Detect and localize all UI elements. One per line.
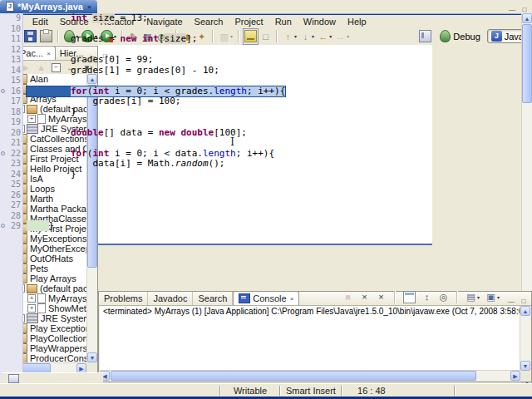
pin-console-button[interactable]: ◎	[436, 288, 451, 305]
scroll-up-icon[interactable]: ▲	[522, 13, 532, 23]
code-line[interactable]: }	[27, 221, 521, 232]
code-segment: double	[180, 127, 214, 138]
code-segment: length	[203, 148, 236, 159]
line-number: 23	[0, 159, 21, 170]
close-icon[interactable]: ×	[87, 3, 91, 11]
code-segment: random	[175, 158, 209, 169]
line-number: 27	[0, 200, 21, 211]
tab-label: Problems	[104, 293, 142, 303]
clear-console-icon	[403, 291, 416, 303]
code-segment: new	[159, 127, 181, 138]
code-segment	[27, 96, 92, 106]
code-line[interactable]: data[i] = Math.random();	[27, 159, 521, 170]
code-line[interactable]: double[] data = new double[100];	[27, 128, 521, 139]
close-icon[interactable]: ×	[290, 295, 294, 303]
code-segment	[27, 65, 71, 76]
remove-all-terminated-icon: ×	[376, 291, 387, 303]
code-line[interactable]: grades[1] = grades[0] - 10;	[27, 66, 521, 76]
dropdown-arrow-icon[interactable]: ▾	[497, 294, 500, 300]
dropdown-arrow-icon[interactable]: ▾	[477, 294, 480, 300]
tab-search[interactable]: Search	[193, 292, 233, 305]
line-number: 11	[0, 34, 21, 45]
tab-javadoc[interactable]: Javadoc	[148, 292, 193, 305]
line-marker-icon	[1, 89, 5, 93]
scroll-up-icon[interactable]: ▲	[520, 306, 530, 316]
gutter-row: 28	[0, 211, 22, 222]
code-segment	[27, 127, 71, 138]
divider	[219, 386, 221, 396]
line-number: 25	[0, 180, 21, 190]
code-line[interactable]: int size = 13;	[27, 13, 521, 24]
scrollbar-thumb[interactable]	[111, 371, 476, 381]
line-number: 18	[0, 107, 21, 118]
code-segment	[27, 169, 71, 180]
tab-problems[interactable]: Problems	[99, 292, 148, 305]
console-horizontal-scrollbar[interactable]: ◀ ▶	[100, 370, 520, 381]
console-output[interactable]	[100, 317, 520, 371]
gutter-row: 21	[0, 138, 22, 149]
line-number: 24	[0, 170, 21, 180]
code-text: }	[27, 106, 76, 117]
scrollbar-thumb[interactable]	[522, 24, 532, 103]
code-segment: for	[71, 86, 87, 96]
gutter-row: 16	[0, 86, 22, 97]
fast-view-icon[interactable]	[8, 374, 19, 383]
clear-console-button[interactable]	[401, 288, 417, 305]
gutter-row: 18	[0, 107, 22, 118]
code-line[interactable]	[27, 200, 521, 211]
scroll-right-icon[interactable]: ▶	[510, 371, 520, 381]
terminate-button[interactable]: ■	[341, 288, 355, 305]
code-segment: i = 0; i < grades.	[109, 86, 214, 96]
minimize-view-button[interactable]: —	[507, 6, 517, 13]
code-segment: = 13;	[115, 13, 148, 23]
gutter-row: 27	[0, 200, 22, 211]
line-number: 10	[0, 24, 21, 35]
tab-myarrays-java[interactable]: J *MyArrays.java ×	[0, 0, 97, 13]
remove-launch-button[interactable]: ×	[357, 288, 372, 305]
code-segment	[27, 33, 71, 44]
toolbar-separator	[394, 291, 396, 303]
tab-console[interactable]: Console×	[233, 291, 299, 305]
code-line[interactable]: grades[i] = 100;	[27, 96, 521, 107]
code-segment	[27, 106, 71, 117]
open-console-button[interactable]: ▣▾	[484, 288, 501, 305]
maximize-view-button[interactable]: □	[519, 298, 529, 305]
scroll-lock-button[interactable]: ↕	[420, 288, 434, 305]
insert-mode-status: Smart Insert	[286, 386, 336, 396]
code-segment: int	[92, 148, 109, 159]
gutter-row: 9	[0, 13, 22, 24]
code-text: double[] data = new double[100];	[27, 127, 247, 138]
code-segment: ; i++){	[247, 86, 285, 96]
console-tab-row: ProblemsJavadocSearchConsole× ■××↕◎▤▾▣▾ …	[99, 292, 531, 306]
minimize-view-button[interactable]: —	[506, 298, 516, 305]
maximize-view-button[interactable]: □	[520, 6, 530, 13]
gutter-row: 23	[0, 159, 22, 170]
code-line[interactable]	[27, 211, 521, 222]
scroll-down-icon[interactable]: ▼	[520, 361, 530, 371]
code-line[interactable]: grades = new int[size];	[27, 34, 521, 45]
code-segment: data[i] = Math.	[92, 158, 175, 169]
tab-label: Search	[198, 293, 227, 303]
terminate-icon: ■	[342, 291, 353, 303]
code-line[interactable]: }	[27, 170, 521, 180]
code-segment: i = 0; i < data.	[109, 148, 203, 159]
console-icon	[239, 293, 250, 303]
display-selected-console-button[interactable]: ▤▾	[464, 288, 481, 305]
code-segment: int	[92, 86, 109, 96]
gutter-row: 14	[0, 66, 22, 76]
remove-all-terminated-button[interactable]: ×	[374, 288, 388, 305]
scroll-lock-icon: ↕	[421, 291, 432, 303]
gutter-row: 10	[0, 24, 22, 35]
code-text: data[i] = Math.random();	[27, 158, 224, 169]
code-segment: ; i++){	[236, 148, 274, 159]
divider	[341, 386, 342, 396]
console-vertical-scrollbar[interactable]: ▲ ▼	[520, 306, 530, 371]
code-segment: [	[159, 33, 165, 44]
code-line[interactable]	[27, 180, 521, 190]
gutter-row: 19	[0, 117, 22, 128]
code-line[interactable]: }	[27, 107, 521, 118]
code-segment: }	[71, 169, 76, 180]
code-line[interactable]	[27, 190, 521, 201]
line-marker-icon	[1, 151, 5, 155]
code-segment: size	[165, 33, 187, 44]
